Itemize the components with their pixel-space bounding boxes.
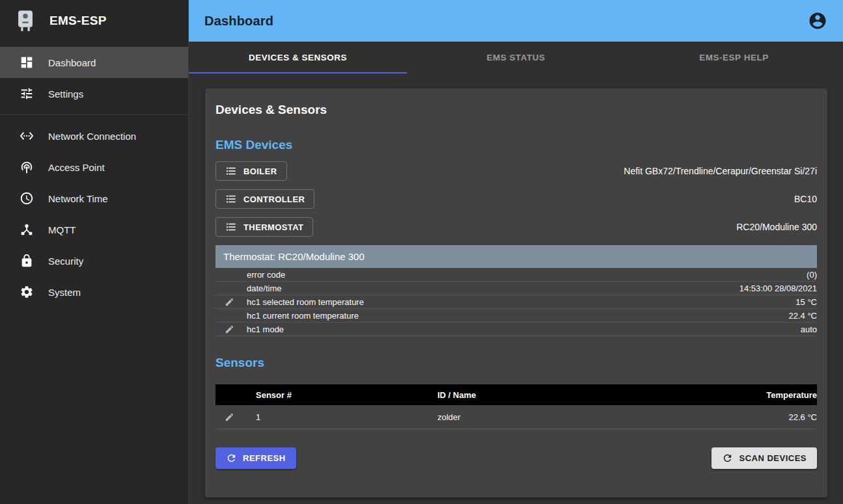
sidebar-item-label: Dashboard [48,57,96,68]
device-type-label: BOILER [243,166,277,176]
devices-sensors-card: Devices & Sensors EMS Devices BOILER Nef… [205,88,827,497]
tab-devices-sensors[interactable]: DEVICES & SENSORS [189,42,407,73]
table-row: hc1 selected room temperature 15 °C [215,295,817,309]
device-model: RC20/Moduline 300 [736,222,817,232]
lock-icon [20,254,34,268]
thermostat-table: error code (0) date/time 14:53:00 28/08/… [215,268,817,336]
tab-ems-esp-help[interactable]: EMS-ESP HELP [625,42,843,73]
sidebar-item-security[interactable]: Security [0,245,188,276]
sidebar-item-network-time[interactable]: Network Time [0,183,188,214]
device-model: BC10 [794,194,817,204]
sidebar-nav: Dashboard Settings Network Connection Ac… [0,42,188,308]
sidebar-item-settings[interactable]: Settings [0,78,188,109]
sidebar-item-label: Settings [48,88,83,99]
entity-name: hc1 current room temperature [247,311,788,321]
entity-value: 14:53:00 28/08/2021 [739,284,817,293]
table-row: hc1 mode auto [215,323,817,336]
sidebar-divider [0,114,188,115]
device-row-boiler: BOILER Nefit GBx72/Trendline/Cerapur/Gre… [215,161,817,181]
sidebar-item-label: System [48,287,81,298]
thermostat-button[interactable]: THERMOSTAT [215,217,313,237]
account-button[interactable] [808,11,827,31]
controller-button[interactable]: CONTROLLER [215,189,314,209]
refresh-icon [722,453,733,464]
entity-name: hc1 mode [247,325,801,334]
ems-device-list: BOILER Nefit GBx72/Trendline/Cerapur/Gre… [215,161,817,237]
device-type-label: CONTROLLER [243,194,305,204]
account-circle-icon [808,11,827,31]
wifi-tethering-icon [20,160,34,174]
entity-value: auto [801,325,817,334]
main-area: Dashboard DEVICES & SENSORS EMS STATUS E… [189,0,843,504]
sidebar-item-network-connection[interactable]: Network Connection [0,120,188,152]
entity-value: (0) [807,270,817,280]
refresh-button-label: REFRESH [243,453,286,463]
edit-pencil-icon[interactable] [225,412,234,422]
edit-pencil-icon[interactable] [225,297,234,307]
entity-value: 15 °C [795,297,817,307]
column-header-temperature: Temperature [766,390,817,400]
icon-cell [215,412,247,422]
sidebar-header: EMS-ESP [0,0,188,42]
gear-icon [20,285,34,299]
sidebar-item-label: Network Connection [48,131,136,142]
content-area: Devices & Sensors EMS Devices BOILER Nef… [189,73,843,504]
ems-esp-logo-icon [16,10,35,32]
sidebar-item-access-point[interactable]: Access Point [0,152,188,183]
entity-name: date/time [247,284,739,293]
refresh-icon [226,453,237,464]
card-title: Devices & Sensors [215,103,817,117]
action-bar: REFRESH SCAN DEVICES [215,447,817,469]
ems-devices-heading: EMS Devices [215,138,817,152]
list-icon [225,221,237,233]
tab-bar: DEVICES & SENSORS EMS STATUS EMS-ESP HEL… [189,42,843,73]
tune-icon [20,86,34,101]
sidebar: EMS-ESP Dashboard Settings Network Conne… [0,0,189,504]
tab-ems-status[interactable]: EMS STATUS [407,42,625,73]
sidebar-item-label: Security [48,256,83,267]
scan-devices-button[interactable]: SCAN DEVICES [712,447,817,469]
column-header-sensor-number: Sensor # [247,390,437,400]
ethernet-icon [20,129,34,143]
table-row: 1 zolder 22.6 °C [215,405,817,429]
sensors-heading: Sensors [215,356,817,370]
scan-devices-button-label: SCAN DEVICES [739,453,807,463]
boiler-button[interactable]: BOILER [215,161,287,181]
device-hub-icon [20,222,34,237]
entity-name: hc1 selected room temperature [247,297,795,307]
device-row-controller: CONTROLLER BC10 [215,189,817,209]
device-row-thermostat: THERMOSTAT RC20/Moduline 300 [215,217,817,237]
sensor-number: 1 [247,412,437,422]
app-root: EMS-ESP Dashboard Settings Network Conne… [0,0,843,504]
app-title: EMS-ESP [49,14,107,28]
icon-cell [215,325,247,334]
entity-name: error code [247,270,807,280]
column-header-id-name: ID / Name [437,390,766,400]
icon-cell [215,297,247,307]
list-icon [225,165,237,177]
app-bar: Dashboard [189,0,843,42]
sidebar-item-system[interactable]: System [0,276,188,308]
sensors-table-header: Sensor # ID / Name Temperature [215,384,817,405]
page-title: Dashboard [204,14,273,29]
sidebar-item-label: Network Time [48,193,108,204]
table-row: hc1 current room temperature 22.4 °C [215,309,817,323]
sensor-name: zolder [437,412,788,422]
edit-pencil-icon[interactable] [225,325,234,334]
sidebar-item-label: Access Point [48,162,105,173]
sensors-table: Sensor # ID / Name Temperature 1 zolder … [215,384,817,429]
dashboard-icon [20,55,34,70]
entity-value: 22.4 °C [788,311,817,321]
clock-icon [20,191,34,206]
sidebar-item-dashboard[interactable]: Dashboard [0,47,188,78]
table-row: error code (0) [215,268,817,282]
list-icon [225,193,237,205]
device-type-label: THERMOSTAT [243,222,303,232]
device-model: Nefit GBx72/Trendline/Cerapur/Greenstar … [624,166,817,176]
sidebar-item-mqtt[interactable]: MQTT [0,214,188,245]
sensor-temperature: 22.6 °C [788,412,817,422]
thermostat-table-header: Thermostat: RC20/Moduline 300 [215,245,817,268]
refresh-button[interactable]: REFRESH [215,447,296,469]
table-row: date/time 14:53:00 28/08/2021 [215,282,817,295]
sidebar-item-label: MQTT [48,224,76,235]
